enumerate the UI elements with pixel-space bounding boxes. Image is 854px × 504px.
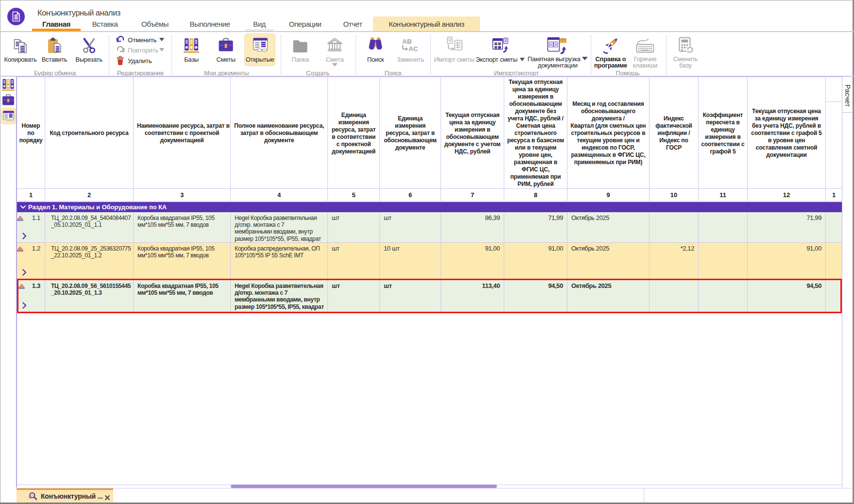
- svg-text:AB: AB: [402, 38, 412, 45]
- svg-text:AC: AC: [409, 45, 418, 52]
